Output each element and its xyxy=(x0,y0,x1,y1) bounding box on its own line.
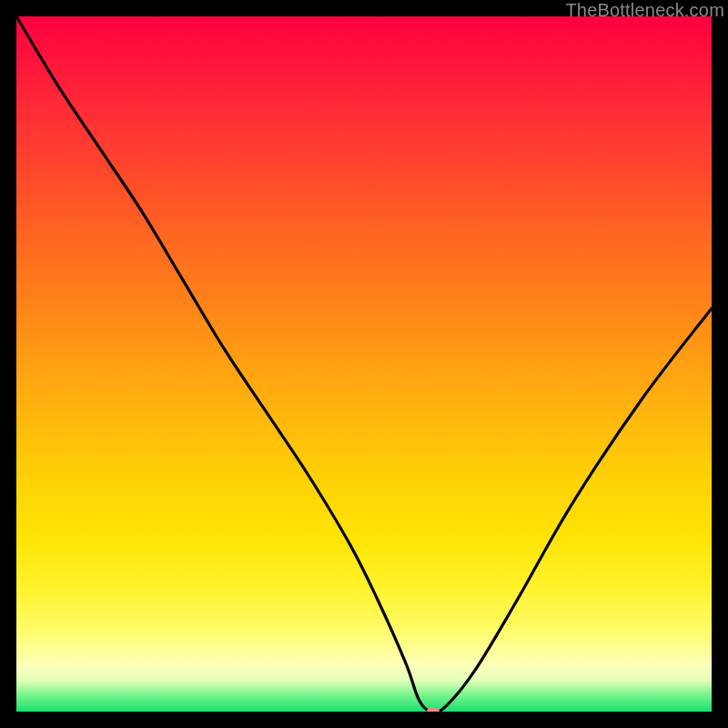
watermark-text: TheBottleneck.com xyxy=(565,0,724,21)
chart-frame: TheBottleneck.com xyxy=(0,0,728,728)
optimum-marker xyxy=(427,707,440,712)
curve-path xyxy=(16,16,712,712)
plot-area xyxy=(16,16,712,712)
bottleneck-curve xyxy=(16,16,712,712)
